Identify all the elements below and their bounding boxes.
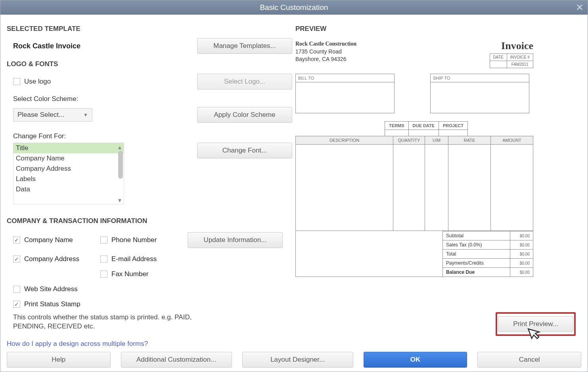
company-address-checkbox-row[interactable]: ✓ Company Address	[13, 255, 100, 263]
phone-label: Phone Number	[111, 236, 157, 244]
company-address-label: Company Address	[24, 255, 79, 263]
left-pane: SELECTED TEMPLATE Rock Castle Invoice Ma…	[7, 22, 292, 348]
shipto-box: SHIP TO	[430, 74, 529, 113]
use-logo-checkbox[interactable]	[13, 78, 20, 85]
scroll-track[interactable]	[116, 151, 124, 196]
phone-checkbox[interactable]	[100, 237, 107, 244]
company-address-checkbox[interactable]: ✓	[13, 256, 20, 263]
use-logo-checkbox-row[interactable]: Use logo	[13, 78, 51, 86]
col-quantity: QUANTITY	[393, 136, 425, 145]
preview-header: PREVIEW	[295, 25, 581, 33]
email-checkbox-row[interactable]: E-mail Address	[100, 255, 188, 263]
company-info-area: ✓ Company Name Phone Number Update Infor…	[7, 228, 292, 331]
preview-addr-line2: Bayshore, CA 94326	[295, 55, 356, 63]
website-checkbox-row[interactable]: Web Site Address	[13, 285, 100, 293]
shipto-label: SHIP TO	[431, 74, 529, 82]
project-header: PROJECT	[439, 122, 468, 130]
col-description: DESCRIPTION	[296, 136, 393, 145]
fax-label: Fax Number	[111, 270, 149, 278]
billto-label: BILL TO	[296, 74, 394, 82]
company-name-checkbox[interactable]: ✓	[13, 237, 20, 244]
font-list[interactable]: Title Company Name Company Address Label…	[13, 143, 124, 204]
ok-button[interactable]: OK	[364, 352, 467, 368]
invoice-preview: Rock Castle Construction 1735 County Roa…	[295, 40, 533, 277]
terms-header: TERMS	[385, 122, 409, 130]
apply-color-scheme-button[interactable]: Apply Color Scheme	[197, 107, 292, 123]
date-cell	[490, 61, 507, 68]
font-item-data[interactable]: Data	[13, 184, 124, 195]
paycred-label: Payments/Credits	[443, 259, 510, 268]
balance-label: Balance Due	[443, 268, 510, 277]
font-item-labels[interactable]: Labels	[13, 174, 124, 184]
scroll-up-icon[interactable]: ▴	[116, 143, 124, 151]
print-preview-highlight: Print Preview...	[496, 312, 576, 336]
template-row: Rock Castle Invoice Manage Templates...	[7, 36, 292, 57]
color-scheme-area: Select Color Scheme: Please Select... ▼ …	[7, 95, 292, 127]
close-icon[interactable]: ✕	[576, 2, 584, 13]
update-information-button[interactable]: Update Information...	[188, 232, 283, 248]
invoiceno-cell: FAM2011	[507, 61, 533, 68]
col-um: U/M	[425, 136, 448, 145]
terms-table: TERMS DUE DATE PROJECT	[385, 121, 468, 136]
invoice-title: Invoice	[490, 40, 533, 52]
phone-checkbox-row[interactable]: Phone Number	[100, 232, 188, 248]
select-logo-button[interactable]: Select Logo...	[197, 74, 292, 90]
use-logo-row: Use logo Select Logo...	[7, 71, 292, 95]
template-name: Rock Castle Invoice	[13, 42, 80, 50]
invoice-meta-table: DATE INVOICE # FAM2011	[490, 53, 533, 68]
total-value: $0.00	[510, 250, 533, 259]
date-header: DATE	[490, 54, 507, 61]
font-area: Change Font For: Title Company Name Comp…	[7, 127, 292, 206]
selected-template-header: SELECTED TEMPLATE	[7, 25, 292, 33]
company-info-header: COMPANY & TRANSACTION INFORMATION	[7, 217, 292, 225]
company-address-block: Rock Castle Construction 1735 County Roa…	[295, 40, 356, 63]
paycred-value: $0.00	[510, 259, 533, 268]
preview-company-name: Rock Castle Construction	[295, 40, 356, 48]
layout-designer-button[interactable]: Layout Designer...	[242, 352, 353, 368]
help-link[interactable]: How do I apply a design across multiple …	[7, 340, 292, 348]
print-stamp-label: Print Status Stamp	[24, 300, 80, 308]
tax-label: Sales Tax (0.0%)	[443, 240, 510, 250]
titlebar: Basic Customization ✕	[0, 0, 588, 15]
stamp-hint-text: This controls whether the status stamp i…	[13, 313, 219, 331]
color-scheme-label: Select Color Scheme:	[13, 95, 292, 103]
window-title: Basic Customization	[260, 3, 328, 12]
right-pane: PREVIEW Rock Castle Construction 1735 Co…	[292, 22, 581, 348]
font-item-company-name[interactable]: Company Name	[13, 153, 124, 164]
balance-value: $0.00	[510, 268, 533, 277]
website-label: Web Site Address	[24, 285, 78, 293]
manage-templates-button[interactable]: Manage Templates...	[197, 38, 292, 54]
change-font-button[interactable]: Change Font...	[197, 143, 292, 158]
col-rate: RATE	[448, 136, 491, 145]
invoiceno-header: INVOICE #	[507, 54, 533, 61]
color-scheme-value: Please Select...	[17, 111, 64, 119]
cancel-button[interactable]: Cancel	[477, 352, 581, 368]
total-label: Total	[443, 250, 510, 259]
print-preview-button[interactable]: Print Preview...	[498, 316, 573, 332]
subtotal-value: $0.00	[510, 231, 533, 240]
email-label: E-mail Address	[111, 255, 157, 263]
preview-addr-line1: 1735 County Road	[295, 48, 356, 56]
company-name-label: Company Name	[24, 236, 73, 244]
subtotal-label: Subtotal	[443, 231, 510, 240]
fax-checkbox[interactable]	[100, 271, 107, 278]
font-item-title[interactable]: Title	[13, 143, 124, 153]
print-stamp-checkbox-row[interactable]: ✓ Print Status Stamp	[13, 300, 188, 308]
chevron-down-icon: ▼	[83, 112, 88, 118]
col-amount: AMOUNT	[491, 136, 533, 145]
duedate-header: DUE DATE	[408, 122, 439, 130]
billto-box: BILL TO	[295, 74, 395, 113]
company-name-checkbox-row[interactable]: ✓ Company Name	[13, 232, 100, 248]
footer-bar: Help Additional Customization... Layout …	[0, 348, 588, 372]
help-button[interactable]: Help	[7, 352, 111, 368]
color-scheme-dropdown[interactable]: Please Select... ▼	[13, 108, 92, 122]
content-area: SELECTED TEMPLATE Rock Castle Invoice Ma…	[0, 15, 588, 348]
additional-customization-button[interactable]: Additional Customization...	[121, 352, 232, 368]
scroll-thumb[interactable]	[118, 151, 123, 179]
font-item-company-address[interactable]: Company Address	[13, 164, 124, 174]
fax-checkbox-row[interactable]: Fax Number	[100, 270, 188, 278]
website-checkbox[interactable]	[13, 286, 20, 293]
email-checkbox[interactable]	[100, 256, 107, 263]
scroll-down-icon[interactable]: ▾	[116, 196, 124, 204]
print-stamp-checkbox[interactable]: ✓	[13, 301, 20, 308]
